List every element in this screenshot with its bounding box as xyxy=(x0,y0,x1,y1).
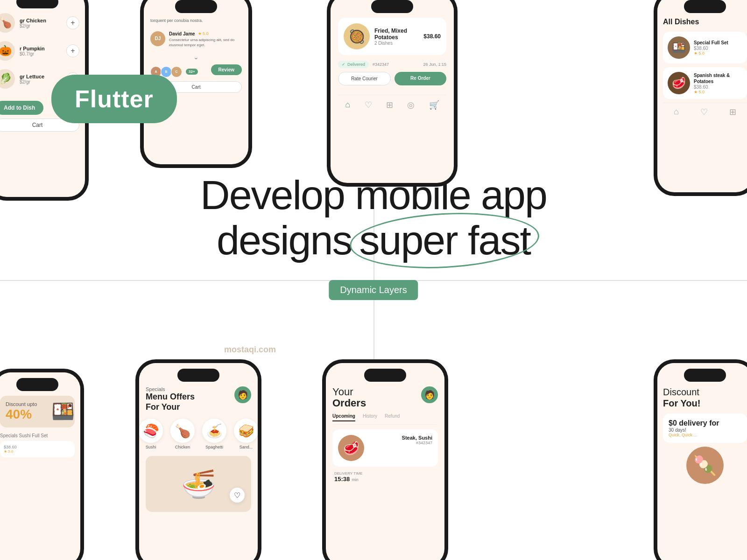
hero-designs: designs xyxy=(217,218,352,263)
screen-order-status: 🥘 Fried, Mixed Potatoes 2 Dishes $38.60 … xyxy=(331,0,454,118)
add-chicken-button[interactable]: + xyxy=(66,16,79,29)
phone-your-orders-screen: 🧑 Your Orders Upcoming History Refund 🥩 … xyxy=(326,363,444,560)
review-button[interactable]: Review xyxy=(211,64,242,75)
reviewer-rating-david: ★ 5.0 xyxy=(198,31,209,36)
ingredient-lettuce-info: gr Lettuce $2/gr xyxy=(20,74,62,84)
nav-bar-tr: ⌂ ♡ ⊞ xyxy=(663,103,747,117)
category-chicken[interactable]: 🍗 Chicken xyxy=(170,419,195,449)
action-buttons: Rate Courier Re Order xyxy=(338,72,446,85)
chicken-name: gr Chicken xyxy=(20,18,62,23)
tab-history[interactable]: History xyxy=(363,413,377,421)
reviewer-info-david: David Jame ★ 5.0 Consectetur urna adipis… xyxy=(169,31,242,48)
avatar-mini-3: C xyxy=(171,66,182,77)
phone-all-dishes-screen: All Dishes 🍱 Special Full Set $38.60 ★ 5… xyxy=(657,0,747,192)
dish-price-special-fullset: $38.60 xyxy=(694,46,742,51)
phone-your-orders: 🧑 Your Orders Upcoming History Refund 🥩 … xyxy=(322,359,448,560)
ingredient-chicken: 🍗 gr Chicken $2/gr + xyxy=(0,13,79,33)
phone-menu-offers-screen: 🧑 Specials Menu Offers For Your 🍣 Sushi xyxy=(139,363,258,560)
add-to-dish-button[interactable]: Add to Dish xyxy=(0,101,43,115)
hero-line2: designs super fast xyxy=(200,218,547,263)
menu-title-line1: Menu Offers xyxy=(146,392,195,401)
notch-tl xyxy=(16,0,58,8)
rate-courier-button[interactable]: Rate Courier xyxy=(338,72,391,85)
tab-refund[interactable]: Refund xyxy=(385,413,400,421)
phone-discount: 🧑 Discount upto 40% 🍱 Specials Sushi Ful… xyxy=(0,369,84,560)
free-delivery-days: 30 days! xyxy=(669,427,741,433)
screen-all-dishes: All Dishes 🍱 Special Full Set $38.60 ★ 5… xyxy=(657,0,747,123)
phone-all-dishes: All Dishes 🍱 Special Full Set $38.60 ★ 5… xyxy=(654,0,747,196)
notch-bcr xyxy=(364,369,406,382)
notch-tr xyxy=(684,0,726,13)
pumpkin-name: r Pumpkin xyxy=(20,46,62,51)
review-body-text: torquent per conubia nostra. xyxy=(150,18,242,24)
cart-icon-trc[interactable]: 🛒 xyxy=(429,100,439,110)
reorder-button[interactable]: Re Order xyxy=(395,72,446,85)
heart-icon-trc[interactable]: ♡ xyxy=(365,100,372,110)
lettuce-icon: 🥬 xyxy=(0,69,15,89)
flutter-badge: Flutter xyxy=(51,75,177,123)
dish-price-spanish-steak: $38.60 xyxy=(694,84,742,90)
dish-card-spanish-steak: 🥩 Spanish steak & Potatoes $38.60 ★ 5.0 xyxy=(663,67,747,99)
heart-button-bcl[interactable]: ♡ xyxy=(230,488,245,503)
hero-super-fast: super fast xyxy=(359,218,530,263)
orders-tabs: Upcoming History Refund xyxy=(332,413,438,425)
dish-preview-icon: 🍜 xyxy=(181,468,216,501)
phone-discount-for-you: Discount For You! $0 delivery for 30 day… xyxy=(654,359,747,560)
discount-dish-img-br: 🍡 xyxy=(686,447,724,484)
phone-discount-for-you-screen: Discount For You! $0 delivery for 30 day… xyxy=(657,363,747,560)
notch-trc xyxy=(371,0,413,13)
category-sushi[interactable]: 🍣 Sushi xyxy=(139,419,163,449)
heart-icon-tr[interactable]: ♡ xyxy=(700,107,708,117)
sushi-price-bl: $38.60 xyxy=(4,445,71,449)
sushi-rating-bl: ★ 5.0 xyxy=(4,449,71,454)
check-icon: ✓ xyxy=(342,62,345,67)
phone-order-status-screen: 🥘 Fried, Mixed Potatoes 2 Dishes $38.60 … xyxy=(331,0,454,183)
dish-img-spanish-steak: 🥩 xyxy=(668,72,690,94)
pumpkin-icon: 🎃 xyxy=(0,41,15,61)
status-row: ✓ Delivered #342347 26 Jun, 1:15 xyxy=(338,61,446,68)
order-dish-img-bcr: 🥩 xyxy=(338,435,364,461)
sandwich-icon: 🥪 xyxy=(234,419,258,443)
dish-name-special-fullset: Special Full Set xyxy=(694,40,742,46)
dish-info-special-fullset: Special Full Set $38.60 ★ 5.0 xyxy=(694,40,742,56)
phone-order-status: 🥘 Fried, Mixed Potatoes 2 Dishes $38.60 … xyxy=(327,0,458,187)
watermark: mostaqi.com xyxy=(224,345,276,355)
grid-icon-trc[interactable]: ⊞ xyxy=(386,100,393,110)
grid-icon-tr[interactable]: ⊞ xyxy=(729,107,736,117)
dish-rating-special-fullset: ★ 5.0 xyxy=(694,51,742,56)
sushi-label: Sushi xyxy=(146,445,156,449)
notch-bcl xyxy=(177,369,219,382)
tab-upcoming[interactable]: Upcoming xyxy=(332,413,355,421)
free-delivery-card: $0 delivery for 30 days! Quick, Quick ..… xyxy=(663,413,747,443)
dish-rating-spanish-steak: ★ 5.0 xyxy=(694,90,742,94)
dish-info-spanish-steak: Spanish steak & Potatoes $38.60 ★ 5.0 xyxy=(694,72,742,94)
avatar-mini-2: B xyxy=(161,66,172,77)
home-icon-tr[interactable]: ⌂ xyxy=(674,107,679,117)
dish-order-meta: 2 Dishes xyxy=(374,41,419,46)
order-dish-card: 🥘 Fried, Mixed Potatoes 2 Dishes $38.60 xyxy=(338,18,446,55)
add-pumpkin-button[interactable]: + xyxy=(66,44,79,57)
home-icon-trc[interactable]: ⌂ xyxy=(345,100,350,110)
discount-card-bl: Discount upto 40% 🍱 xyxy=(0,396,75,427)
dish-img-special-fullset: 🍱 xyxy=(668,36,690,59)
menu-title-line2: For Your xyxy=(146,402,180,412)
delivery-time-section: DELIVERY TIME 15:38 min xyxy=(332,471,438,483)
notch-bl xyxy=(16,378,58,391)
status-delivered-badge: ✓ Delivered xyxy=(338,61,369,68)
reviewer-name-david: David Jame xyxy=(169,31,195,36)
avatars-review-row: A B C 32+ Review xyxy=(150,63,242,77)
chicken-price: $2/gr xyxy=(20,23,62,28)
review-count-badge: 32+ xyxy=(186,69,198,75)
screen-your-orders-wrapper: 🧑 Your Orders Upcoming History Refund 🥩 … xyxy=(326,363,444,489)
dish-preview-area: 🍜 ♡ xyxy=(146,456,251,512)
discount-icon-trc[interactable]: ◎ xyxy=(407,100,415,110)
screen-your-orders: Your Orders Upcoming History Refund 🥩 St… xyxy=(326,363,444,489)
category-spaghetti[interactable]: 🍝 Spaghetti xyxy=(202,419,226,449)
reviewer-avatar-david: DJ xyxy=(150,31,165,46)
discount-dish-icon: 🍱 xyxy=(51,400,75,427)
chicken-category-icon: 🍗 xyxy=(170,419,195,443)
category-sandwich[interactable]: 🥪 Sand... xyxy=(234,419,258,449)
sandwich-label: Sand... xyxy=(240,445,253,449)
dish-order-price: $38.60 xyxy=(423,33,441,40)
delivery-time-value: 15:38 xyxy=(334,476,350,483)
